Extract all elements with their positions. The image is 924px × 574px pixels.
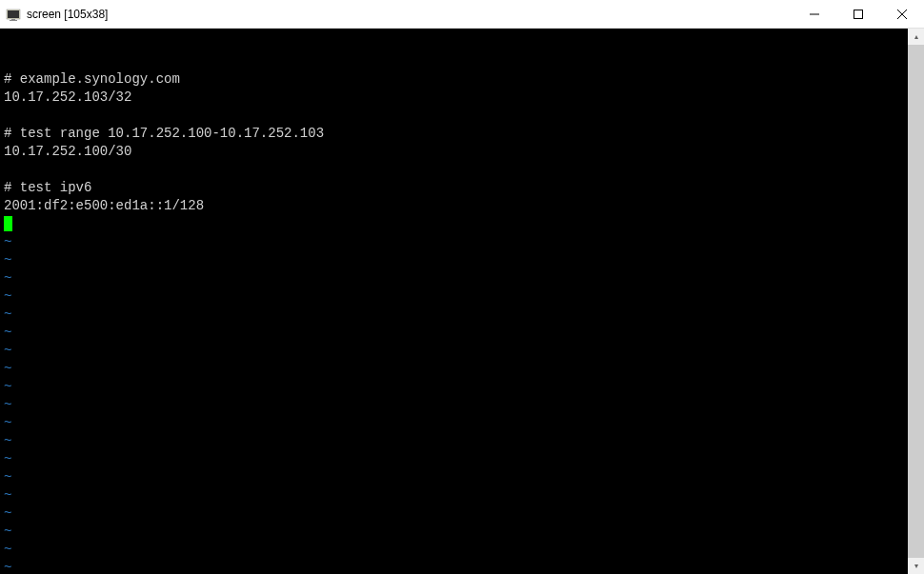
vim-empty-line: ~: [4, 342, 916, 360]
window-title: screen [105x38]: [27, 8, 793, 21]
vim-empty-line: ~: [4, 468, 916, 486]
vim-empty-line: ~: [4, 233, 916, 251]
terminal-line: 10.17.252.100/30: [4, 143, 916, 161]
vim-empty-line: ~: [4, 541, 916, 559]
app-icon: [6, 7, 21, 22]
terminal-line: # example.synology.com: [4, 70, 916, 89]
vim-empty-line: ~: [4, 324, 916, 342]
titlebar: screen [105x38]: [0, 0, 924, 29]
vim-empty-line: ~: [4, 269, 916, 287]
vim-empty-line: ~: [4, 378, 916, 396]
terminal-line: 2001:df2:e500:ed1a::1/128: [4, 197, 916, 215]
vim-empty-line: ~: [4, 486, 916, 505]
terminal-line: [4, 107, 916, 125]
svg-rect-3: [10, 20, 17, 21]
terminal-content: # example.synology.com10.17.252.103/32# …: [4, 70, 916, 574]
scroll-down-button[interactable]: ▾: [908, 558, 924, 574]
terminal[interactable]: # example.synology.com10.17.252.103/32# …: [0, 29, 924, 574]
svg-rect-2: [11, 19, 15, 20]
minimize-button[interactable]: [793, 0, 836, 28]
scroll-up-button[interactable]: ▴: [908, 29, 924, 45]
vim-empty-line: ~: [4, 414, 916, 432]
maximize-button[interactable]: [836, 0, 880, 28]
vim-empty-line: ~: [4, 559, 916, 574]
terminal-line: [4, 161, 916, 179]
terminal-line: # test range 10.17.252.100-10.17.252.103: [4, 125, 916, 143]
vim-empty-line: ~: [4, 251, 916, 269]
cursor: [4, 216, 12, 231]
vim-empty-line: ~: [4, 306, 916, 324]
svg-rect-1: [8, 10, 19, 18]
vim-empty-line: ~: [4, 360, 916, 378]
terminal-line: 10.17.252.103/32: [4, 89, 916, 107]
terminal-line: # test ipv6: [4, 179, 916, 197]
window-controls: [793, 0, 924, 28]
svg-rect-5: [854, 10, 863, 18]
vim-empty-line: ~: [4, 396, 916, 414]
scroll-thumb[interactable]: [908, 45, 924, 558]
vim-empty-line: ~: [4, 523, 916, 541]
vim-empty-line: ~: [4, 505, 916, 523]
vim-empty-line: ~: [4, 450, 916, 468]
scroll-track[interactable]: [908, 45, 924, 558]
vim-empty-line: ~: [4, 287, 916, 306]
scrollbar[interactable]: ▴ ▾: [908, 29, 924, 574]
close-button[interactable]: [880, 0, 924, 28]
cursor-line: [4, 215, 916, 233]
vim-empty-line: ~: [4, 432, 916, 450]
